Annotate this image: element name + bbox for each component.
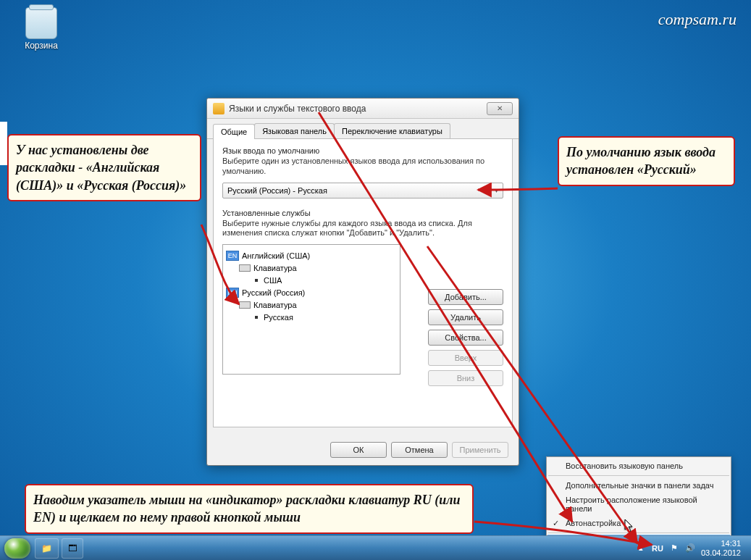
services-hint: Выберите нужные службы для каждого языка… <box>222 219 503 239</box>
default-lang-hint: Выберите один из установленных языков вв… <box>222 156 503 177</box>
move-up-button[interactable]: Вверх <box>428 350 503 366</box>
en-badge-icon: EN <box>226 251 239 261</box>
tree-ru-layout[interactable]: Русская <box>226 311 397 323</box>
close-button[interactable]: ✕ <box>487 102 513 115</box>
tree-lang-en-label: Английский (США) <box>242 251 310 260</box>
ctx-separator <box>548 532 729 533</box>
ctx-auto[interactable]: Автонастройка <box>547 516 731 530</box>
properties-button[interactable]: Свойства... <box>428 330 503 346</box>
annotation-default-lang: По умолчанию язык ввода установлен «Русс… <box>558 136 735 186</box>
tree-ru-layout-label: Русская <box>264 313 293 322</box>
annotation-installed-layouts: У нас установлены две раскладки - «Англи… <box>7 134 201 201</box>
bullet-icon <box>255 279 258 282</box>
dialog-footer: ОК Отмена Применить <box>207 435 519 465</box>
ok-button[interactable]: ОК <box>330 442 387 458</box>
dialog-titlebar[interactable]: Языки и службы текстового ввода ✕ <box>207 99 519 119</box>
tree-lang-en[interactable]: EN Английский (США) <box>226 249 397 262</box>
dialog-tabs: Общие Языковая панель Переключение клави… <box>207 119 519 139</box>
watermark-text: compsam.ru <box>658 10 737 29</box>
add-button[interactable]: Добавить... <box>428 289 503 305</box>
tab-key-switching[interactable]: Переключение клавиатуры <box>334 123 450 138</box>
default-lang-group-label: Язык ввода по умолчанию <box>222 146 503 155</box>
recycle-bin[interactable]: Корзина <box>18 7 64 51</box>
apply-button[interactable]: Применить <box>452 442 508 458</box>
tab-language-bar[interactable]: Языковая панель <box>254 123 335 138</box>
default-lang-combobox[interactable]: Русский (Россия) - Русская <box>222 183 503 198</box>
close-icon: ✕ <box>497 104 503 112</box>
taskbar[interactable]: 📁 🗔 ▴ RU ⚑ 🔊 14:31 03.04.2012 <box>0 535 751 560</box>
ctx-adjust[interactable]: Настроить расположение языковой панели <box>547 493 731 516</box>
bullet-icon <box>255 316 258 319</box>
chevron-up-icon[interactable]: ▴ <box>636 543 646 553</box>
tree-keyboard-label2: Клавиатура <box>253 301 297 309</box>
tray-date: 03.04.2012 <box>701 548 741 557</box>
left-edge-strip <box>0 122 7 165</box>
mouse-cursor-icon <box>624 519 634 533</box>
text-services-dialog: Языки и службы текстового ввода ✕ Общие … <box>206 98 519 466</box>
tree-en-layout-label: США <box>264 276 282 285</box>
tray-time: 14:31 <box>701 539 741 548</box>
tree-en-layout[interactable]: США <box>226 274 397 286</box>
language-indicator[interactable]: RU <box>652 544 663 553</box>
keyboard-icon <box>239 264 251 272</box>
taskbar-app-1[interactable]: 📁 <box>35 538 59 559</box>
ctx-extra-icons[interactable]: Дополнительные значки в панели задач <box>547 478 731 493</box>
tree-ru-keyboard[interactable]: Клавиатура <box>226 298 397 311</box>
dialog-app-icon <box>213 103 225 114</box>
window-icon: 🗔 <box>68 543 77 553</box>
services-side-buttons: Добавить... Удалить Свойства... Вверх Вн… <box>428 289 503 386</box>
start-button[interactable] <box>4 538 30 559</box>
remove-button[interactable]: Удалить <box>428 309 503 325</box>
tree-lang-ru[interactable]: RU Русский (Россия) <box>226 286 397 298</box>
folder-icon: 📁 <box>41 543 52 553</box>
ctx-separator <box>548 475 729 476</box>
tree-en-keyboard[interactable]: Клавиатура <box>226 262 397 274</box>
recycle-bin-icon <box>25 7 57 39</box>
keyboard-icon <box>239 301 251 309</box>
default-lang-value: Русский (Россия) - Русская <box>227 186 327 195</box>
tab-general[interactable]: Общие <box>213 124 255 139</box>
dialog-title: Языки и службы текстового ввода <box>229 104 487 114</box>
flag-icon[interactable]: ⚑ <box>669 543 679 553</box>
dialog-body: Язык ввода по умолчанию Выберите один из… <box>213 139 513 427</box>
move-down-button[interactable]: Вниз <box>428 370 503 386</box>
installed-services-group: Установленные службы Выберите нужные слу… <box>222 209 503 387</box>
services-group-label: Установленные службы <box>222 209 503 217</box>
tray-clock[interactable]: 14:31 03.04.2012 <box>701 539 741 556</box>
system-tray[interactable]: ▴ RU ⚑ 🔊 14:31 03.04.2012 <box>636 539 747 556</box>
cancel-button[interactable]: Отмена <box>391 442 448 458</box>
ctx-restore[interactable]: Восстановить языковую панель <box>547 459 731 473</box>
tree-lang-ru-label: Русский (Россия) <box>242 288 305 297</box>
tree-keyboard-label: Клавиатура <box>253 264 297 272</box>
speaker-icon[interactable]: 🔊 <box>685 543 695 553</box>
taskbar-app-2[interactable]: 🗔 <box>62 538 83 559</box>
recycle-bin-label: Корзина <box>18 41 64 51</box>
annotation-indicator-rightclick: Наводим указатель мыши на «индикатор» ра… <box>25 484 474 534</box>
services-tree[interactable]: EN Английский (США) Клавиатура США RU Ру… <box>222 244 400 375</box>
ru-badge-icon: RU <box>226 288 239 298</box>
